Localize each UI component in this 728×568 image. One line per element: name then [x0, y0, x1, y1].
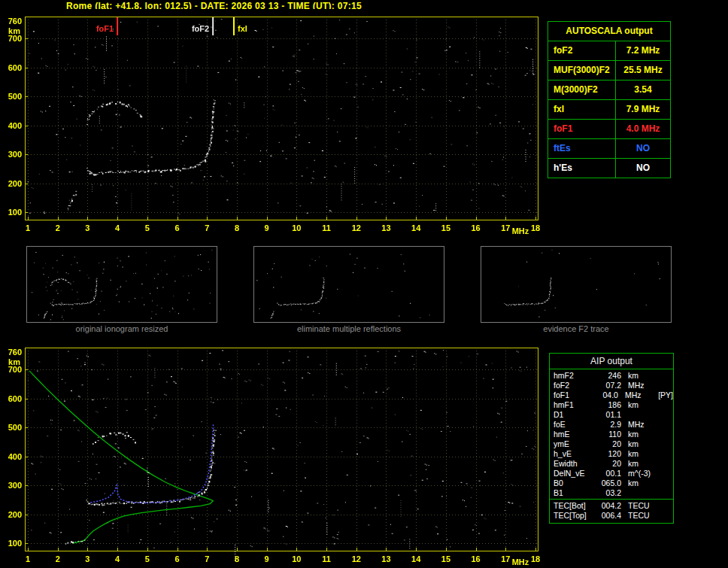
aip-row: DelN_vE00.1m^(-3) [550, 469, 673, 478]
aip-label: B1 [550, 488, 596, 498]
aip-extra [658, 420, 673, 430]
autoscala-row-label: MUF(3000)F2 [548, 61, 616, 80]
autoscala-row-label: foF1 [548, 120, 616, 138]
aip-value: 01.1 [596, 410, 621, 420]
aip-value: 186 [596, 400, 621, 410]
aip-value: 065.0 [596, 478, 621, 488]
aip-value: 2.9 [596, 420, 621, 430]
autoscala-row-label: fxI [548, 100, 616, 119]
aip-label: ymE [550, 439, 596, 449]
autoscala-table-rows: foF27.2 MHzMUF(3000)F225.5 MHzM(3000)F23… [548, 41, 670, 178]
aip-table-rows: hmF2246kmfoF207.2MHzfoF104.0MHz[PY]hmF11… [550, 371, 673, 521]
aip-row: Ewidth20km [550, 459, 673, 469]
aip-extra [658, 439, 673, 449]
aip-label: Ewidth [550, 459, 596, 469]
aip-unit: MHz [621, 420, 658, 430]
aip-value: 04.0 [593, 390, 617, 400]
aip-label: foF1 [550, 390, 593, 400]
thumbnail-original-ionogram [26, 246, 217, 323]
aip-value: 004.2 [596, 501, 621, 511]
autoscala-output-table: AUTOSCALA output foF27.2 MHzMUF(3000)F22… [548, 21, 671, 178]
aip-unit: TECU [621, 511, 658, 521]
aip-unit: m^(-3) [621, 469, 658, 478]
aip-extra [658, 371, 673, 381]
autoscala-row-label: foF2 [548, 41, 616, 60]
autoscala-row-label: h'Es [548, 159, 616, 178]
aip-extra [658, 469, 673, 478]
aip-extra [658, 381, 673, 390]
autoscala-row-value: 3.54 [616, 80, 670, 99]
aip-row: ymE20km [550, 439, 673, 449]
autoscala-row-value: 7.9 MHz [616, 100, 670, 119]
aip-unit: TECU [621, 501, 658, 511]
aip-label: foE [550, 420, 596, 430]
autoscala-row: fxI7.9 MHz [548, 100, 670, 120]
aip-row: h_vE120km [550, 449, 673, 459]
thumbnail-caption-eliminate: eliminate multiple reflections [253, 324, 444, 333]
aip-title-separator [550, 369, 673, 369]
autoscala-row-value: NO [616, 139, 670, 158]
aip-output-table: AIP output hmF2246kmfoF207.2MHzfoF104.0M… [549, 353, 674, 524]
aip-label: D1 [550, 410, 596, 420]
autoscala-row-value: NO [616, 159, 670, 178]
autoscala-window: Rome (lat: +41.8, lon: 012.5) - DATE: 20… [0, 0, 728, 568]
thumbnail-eliminate-reflections [253, 246, 444, 323]
aip-extra: [PY] [654, 390, 673, 400]
aip-row: D101.1 [550, 410, 673, 420]
aip-value: 20 [596, 439, 621, 449]
aip-label: hmF2 [550, 371, 596, 381]
autoscala-table-title: AUTOSCALA output [548, 22, 670, 41]
aip-value: 246 [596, 371, 621, 381]
aip-label: hmE [550, 430, 596, 439]
aip-value: 20 [596, 459, 621, 469]
autoscala-row: M(3000)F23.54 [548, 80, 670, 100]
aip-value: 00.1 [596, 469, 621, 478]
autoscala-row-label: M(3000)F2 [548, 80, 616, 99]
aip-extra [658, 478, 673, 488]
aip-extra [658, 459, 673, 469]
aip-row: hmE110km [550, 430, 673, 439]
aip-value: 006.4 [596, 511, 621, 521]
aip-extra [658, 449, 673, 459]
thumbnail-evidence-f2-trace [481, 246, 672, 323]
aip-row: hmF1186km [550, 400, 673, 410]
autoscala-row-value: 7.2 MHz [616, 41, 670, 60]
aip-value: 110 [596, 430, 621, 439]
aip-unit [621, 488, 658, 498]
aip-extra [658, 430, 673, 439]
aip-unit: km [621, 459, 658, 469]
aip-extra [658, 501, 673, 511]
aip-unit: MHz [618, 390, 654, 400]
aip-unit: km [621, 449, 658, 459]
autoscala-row: foF14.0 MHz [548, 120, 670, 139]
aip-label: B0 [550, 478, 596, 488]
aip-unit: km [621, 400, 658, 410]
autoscala-row-value: 4.0 MHz [616, 120, 670, 138]
aip-row: foE2.9MHz [550, 420, 673, 430]
aip-tec-separator [550, 499, 673, 500]
aip-row: B0065.0km [550, 478, 673, 488]
aip-extra [658, 400, 673, 410]
aip-value: 120 [596, 449, 621, 459]
aip-unit: km [621, 439, 658, 449]
aip-label: TEC[Top] [550, 511, 596, 521]
aip-row: TEC[Top]006.4TECU [550, 511, 673, 521]
aip-unit [621, 410, 658, 420]
aip-extra [658, 511, 673, 521]
aip-extra [658, 488, 673, 498]
top-ionogram-chart [0, 9, 549, 236]
aip-label: foF2 [550, 381, 596, 390]
autoscala-row-value: 25.5 MHz [616, 61, 670, 80]
aip-table-title: AIP output [550, 354, 673, 368]
thumbnail-caption-evidence: evidence F2 trace [481, 324, 672, 333]
aip-value: 07.2 [596, 381, 621, 390]
aip-unit: km [621, 478, 658, 488]
aip-unit: MHz [621, 381, 658, 390]
aip-row: B103.2 [550, 488, 673, 498]
autoscala-row: foF27.2 MHz [548, 41, 670, 61]
aip-row: hmF2246km [550, 371, 673, 381]
aip-extra [658, 410, 673, 420]
aip-row: foF207.2MHz [550, 381, 673, 390]
autoscala-row: h'EsNO [548, 159, 670, 178]
autoscala-row: ftEsNO [548, 139, 670, 159]
